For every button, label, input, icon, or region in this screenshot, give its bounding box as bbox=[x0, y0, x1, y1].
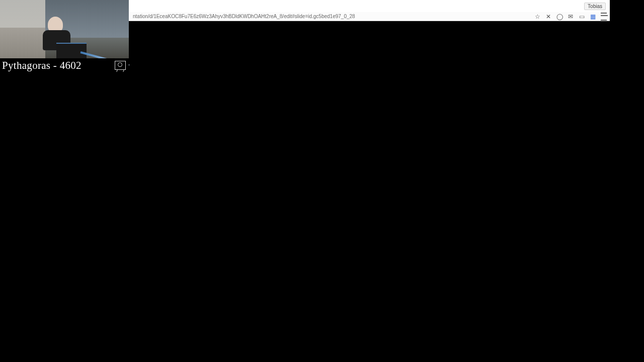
speaker-camera-pip: Pythagoras - 4602 bbox=[0, 0, 129, 72]
star-icon[interactable]: ☆ bbox=[534, 14, 540, 20]
apps-icon[interactable]: ▦ bbox=[590, 14, 596, 20]
hamburger-icon[interactable] bbox=[601, 13, 607, 21]
browser-user-badge[interactable]: Tobias bbox=[584, 3, 606, 10]
panel-icon[interactable]: ▭ bbox=[579, 14, 585, 20]
address-bar-url[interactable]: ntation/d/1EceaKOC8Fu7E6z6Wz3Ahyv3hBDldK… bbox=[133, 12, 355, 21]
pip-room-label: Pythagoras - 4602 bbox=[2, 58, 82, 72]
extension-icon[interactable]: ✕ bbox=[545, 14, 551, 20]
account-icon[interactable]: ◯ bbox=[556, 14, 562, 20]
mail-icon[interactable]: ✉ bbox=[568, 14, 574, 20]
presentation-mode-icon bbox=[115, 61, 126, 70]
